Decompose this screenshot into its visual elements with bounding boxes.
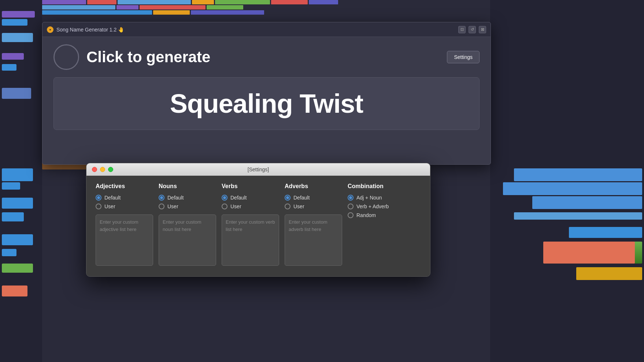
- nouns-default-radio[interactable]: Default: [159, 195, 216, 201]
- generate-circle-button[interactable]: [53, 44, 79, 70]
- plugin-ctrl-close[interactable]: ⊠: [479, 26, 486, 33]
- generated-name-box: Squealing Twist: [53, 77, 480, 130]
- plugin-icon: ●: [47, 26, 53, 33]
- plugin-window: ● Song Name Generator 1.2 🤚 ⊡ ↺ ⊠ Click …: [42, 22, 491, 165]
- minimize-button[interactable]: [100, 167, 105, 172]
- adverbs-default-radio-btn[interactable]: [285, 195, 290, 201]
- traffic-lights: [92, 167, 113, 172]
- combination-column: Combination Adj + Noun Verb + Adverb Ran…: [348, 183, 421, 267]
- combination-verb-adverb-radio[interactable]: Verb + Adverb: [348, 204, 421, 209]
- nouns-textarea[interactable]: [159, 214, 216, 266]
- adverbs-user-radio-btn[interactable]: [285, 204, 290, 209]
- verbs-default-radio-btn[interactable]: [222, 195, 227, 201]
- right-sidebar: [490, 0, 644, 362]
- adjectives-user-radio-btn[interactable]: [96, 204, 101, 209]
- verbs-column: Verbs Default User: [222, 183, 279, 267]
- combination-adj-noun-btn[interactable]: [348, 195, 354, 201]
- adverbs-title: Adverbs: [285, 183, 342, 190]
- verbs-textarea[interactable]: [222, 214, 279, 266]
- combination-verb-adverb-btn[interactable]: [348, 204, 354, 209]
- top-row: Click to generate Settings: [53, 44, 480, 70]
- adverbs-radio-group: Default User: [285, 195, 342, 209]
- plugin-body: Click to generate Settings Squealing Twi…: [42, 37, 491, 137]
- combination-title: Combination: [348, 183, 421, 190]
- adjectives-user-radio[interactable]: User: [96, 204, 153, 209]
- verbs-user-radio[interactable]: User: [222, 204, 279, 209]
- verbs-user-radio-btn[interactable]: [222, 204, 227, 209]
- verbs-radio-group: Default User: [222, 195, 279, 209]
- verbs-title: Verbs: [222, 183, 279, 190]
- close-button[interactable]: [92, 167, 97, 172]
- plugin-ctrl-refresh[interactable]: ↺: [469, 26, 476, 33]
- left-sidebar: [0, 0, 42, 362]
- adverbs-textarea[interactable]: [285, 214, 342, 266]
- generate-text[interactable]: Click to generate: [86, 48, 210, 66]
- adjectives-default-radio-btn[interactable]: [96, 195, 101, 201]
- adjectives-title: Adjectives: [96, 183, 153, 190]
- settings-body: Adjectives Default User: [86, 176, 430, 276]
- nouns-default-radio-btn[interactable]: [159, 195, 164, 201]
- plugin-controls: ⊡ ↺ ⊠: [458, 26, 486, 33]
- nouns-title: Nouns: [159, 183, 216, 190]
- adjectives-column: Adjectives Default User: [96, 183, 153, 267]
- settings-columns: Adjectives Default User: [96, 183, 421, 267]
- adverbs-user-radio[interactable]: User: [285, 204, 342, 209]
- verbs-default-radio[interactable]: Default: [222, 195, 279, 201]
- maximize-button[interactable]: [108, 167, 113, 172]
- plugin-titlebar: ● Song Name Generator 1.2 🤚 ⊡ ↺ ⊠: [42, 22, 491, 37]
- generated-name: Squealing Twist: [170, 89, 363, 118]
- settings-titlebar: [Settings]: [86, 163, 430, 176]
- adverbs-default-radio[interactable]: Default: [285, 195, 342, 201]
- plugin-ctrl-resize[interactable]: ⊡: [458, 26, 466, 33]
- adjectives-default-radio[interactable]: Default: [96, 195, 153, 201]
- adjectives-radio-group: Default User: [96, 195, 153, 209]
- plugin-title: Song Name Generator 1.2 🤚: [56, 27, 124, 33]
- adjectives-textarea[interactable]: [96, 214, 153, 266]
- combination-random-btn[interactable]: [348, 212, 354, 218]
- adverbs-column: Adverbs Default User: [285, 183, 342, 267]
- settings-title: [Settings]: [248, 167, 269, 172]
- combination-random-radio[interactable]: Random: [348, 212, 421, 218]
- top-tracks: [42, 0, 490, 20]
- settings-window: [Settings] Adjectives Default User: [86, 163, 430, 277]
- nouns-user-radio[interactable]: User: [159, 204, 216, 209]
- nouns-user-radio-btn[interactable]: [159, 204, 164, 209]
- combination-radio-group: Adj + Noun Verb + Adverb Random: [348, 195, 421, 218]
- nouns-radio-group: Default User: [159, 195, 216, 209]
- nouns-column: Nouns Default User: [159, 183, 216, 267]
- combination-adj-noun-radio[interactable]: Adj + Noun: [348, 195, 421, 201]
- settings-button[interactable]: Settings: [447, 51, 480, 63]
